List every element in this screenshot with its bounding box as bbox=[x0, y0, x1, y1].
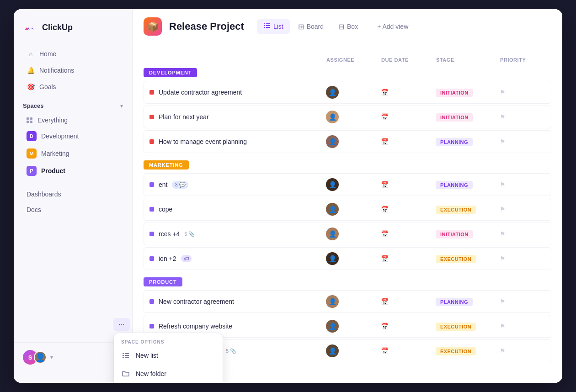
table-row[interactable]: Update contractor agreement 👤 📅 INITIATI… bbox=[144, 81, 551, 104]
table-row[interactable]: rces +4 5 📎 👤 📅 INITIATION ⚑ bbox=[144, 222, 551, 245]
task-dot bbox=[149, 115, 154, 119]
calendar-icon: 📅 bbox=[381, 113, 436, 121]
new-folder-label: New folder bbox=[136, 370, 166, 377]
task-name-cell: ent 3 💬 bbox=[149, 181, 326, 189]
priority-flag-icon: ⚑ bbox=[500, 255, 545, 262]
task-dot bbox=[149, 90, 154, 95]
task-name: ion +2 bbox=[159, 255, 176, 262]
task-dot bbox=[149, 182, 154, 187]
col-task bbox=[149, 57, 326, 63]
stage-badge: INITIATION bbox=[436, 230, 473, 238]
target-icon: 🎯 bbox=[27, 83, 35, 91]
comment-badge: 3 💬 bbox=[172, 181, 188, 189]
app-name: ClickUp bbox=[42, 23, 73, 32]
chevron-down-icon[interactable]: ▾ bbox=[120, 103, 123, 109]
priority-flag-icon: ⚑ bbox=[500, 113, 545, 121]
sidebar-item-dashboards[interactable]: Dashboards bbox=[17, 187, 128, 201]
assignee-avatar: 👤 bbox=[326, 111, 339, 123]
ellipsis-button[interactable]: ··· bbox=[113, 318, 130, 331]
top-bar: 📦 Release Project List bbox=[133, 9, 562, 44]
home-icon: ⌂ bbox=[27, 50, 35, 58]
svg-rect-18 bbox=[264, 25, 265, 26]
svg-rect-5 bbox=[125, 357, 129, 358]
svg-rect-0 bbox=[123, 353, 124, 354]
task-dot bbox=[149, 256, 154, 261]
section-marketing: MARKETING ent 3 💬 👤 📅 PLANNING ⚑ bbox=[144, 160, 551, 270]
user-dropdown-icon: ▾ bbox=[50, 354, 53, 360]
sidebar-item-marketing[interactable]: M Marketing bbox=[17, 145, 128, 162]
stage-badge: PLANNING bbox=[436, 181, 473, 189]
svg-rect-1 bbox=[125, 353, 129, 354]
calendar-icon: 📅 bbox=[381, 323, 436, 330]
table-row[interactable]: ent 3 💬 👤 📅 PLANNING ⚑ bbox=[144, 173, 551, 196]
task-name: rces +4 bbox=[159, 230, 180, 238]
tab-board[interactable]: ⊞ Board bbox=[292, 20, 330, 34]
sidebar-item-goals[interactable]: 🎯 Goals bbox=[17, 79, 128, 95]
table-row[interactable]: New contractor agreement 👤 📅 PLANNING ⚑ bbox=[144, 290, 551, 313]
table-row[interactable]: cope 👤 📅 EXECUTION ⚑ bbox=[144, 198, 551, 221]
task-dot bbox=[149, 299, 154, 304]
tag-badge: 🏷 bbox=[181, 255, 192, 262]
tab-box[interactable]: ⊟ Box bbox=[332, 20, 364, 34]
assignee-avatar: 👤 bbox=[326, 295, 339, 308]
table-row[interactable]: How to manage event planning 👤 📅 PLANNIN… bbox=[144, 130, 551, 153]
task-name: Plan for next year bbox=[159, 113, 209, 121]
stage-badge: EXECUTION bbox=[436, 206, 476, 214]
grid-icon bbox=[27, 117, 33, 123]
new-folder-item[interactable]: New folder bbox=[114, 365, 223, 383]
stage-badge: EXECUTION bbox=[436, 323, 476, 331]
board-tab-icon: ⊞ bbox=[298, 22, 304, 31]
assignee-avatar: 👤 bbox=[326, 228, 339, 240]
bell-icon: 🔔 bbox=[27, 66, 35, 74]
priority-flag-icon: ⚑ bbox=[500, 89, 545, 96]
table-row[interactable]: ion +2 🏷 👤 📅 EXECUTION ⚑ bbox=[144, 247, 551, 270]
sidebar-item-product[interactable]: P Product ··· SPACE OPTIONS bbox=[17, 163, 128, 179]
add-view-button[interactable]: + Add view bbox=[372, 20, 414, 33]
folder-icon bbox=[121, 369, 130, 378]
docs-label: Docs bbox=[27, 206, 41, 213]
marketing-label: Marketing bbox=[41, 150, 69, 157]
calendar-icon: 📅 bbox=[381, 89, 436, 96]
marketing-avatar: M bbox=[27, 148, 37, 159]
section-label-marketing: MARKETING bbox=[144, 160, 189, 170]
tab-list[interactable]: List bbox=[257, 19, 290, 34]
priority-flag-icon: ⚑ bbox=[500, 323, 545, 330]
stage-badge: PLANNING bbox=[436, 138, 473, 146]
project-title: Release Project bbox=[169, 21, 244, 32]
svg-rect-20 bbox=[264, 27, 265, 28]
box-tab-label: Box bbox=[347, 23, 358, 30]
task-name-cell: Update contractor agreement bbox=[149, 89, 326, 96]
product-avatar: P bbox=[27, 166, 37, 176]
logo-area[interactable]: ClickUp bbox=[14, 20, 132, 46]
space-options-dropdown: SPACE OPTIONS bbox=[113, 333, 223, 383]
stage-badge: PLANNING bbox=[436, 298, 473, 306]
section-label-product: PRODUCT bbox=[144, 277, 182, 286]
sidebar-item-development[interactable]: D Development bbox=[17, 128, 128, 144]
col-stage: STAGE bbox=[436, 57, 500, 63]
task-name-cell: ion +2 🏷 bbox=[149, 255, 326, 262]
svg-rect-3 bbox=[125, 355, 129, 356]
task-name-cell: Plan for next year bbox=[149, 113, 326, 121]
sidebar-item-everything[interactable]: Everything bbox=[17, 113, 128, 127]
new-list-item[interactable]: New list bbox=[114, 346, 223, 365]
task-name: Update contractor agreement bbox=[159, 89, 242, 96]
assignee-avatar: 👤 bbox=[326, 344, 339, 357]
col-assignee: ASSIGNEE bbox=[326, 57, 381, 63]
sidebar-item-notifications[interactable]: 🔔 Notifications bbox=[17, 63, 128, 78]
product-label: Product bbox=[41, 167, 65, 175]
priority-flag-icon: ⚑ bbox=[500, 181, 545, 188]
svg-rect-17 bbox=[266, 23, 270, 24]
assignee-avatar: 👤 bbox=[326, 203, 339, 216]
sidebar-item-home[interactable]: ⌂ Home bbox=[17, 46, 128, 62]
development-label: Development bbox=[41, 132, 79, 140]
stage-badge: INITIATION bbox=[436, 113, 473, 122]
board-tab-label: Board bbox=[307, 23, 324, 30]
box-tab-icon: ⊟ bbox=[338, 22, 344, 31]
calendar-icon: 📅 bbox=[381, 298, 436, 305]
dashboards-label: Dashboards bbox=[27, 191, 61, 198]
calendar-icon: 📅 bbox=[381, 181, 436, 188]
col-priority: PRIORITY bbox=[500, 57, 546, 63]
sidebar-item-docs[interactable]: Docs bbox=[17, 202, 128, 217]
table-row[interactable]: Plan for next year 👤 📅 INITIATION ⚑ bbox=[144, 106, 551, 128]
list-tab-icon bbox=[263, 22, 271, 31]
